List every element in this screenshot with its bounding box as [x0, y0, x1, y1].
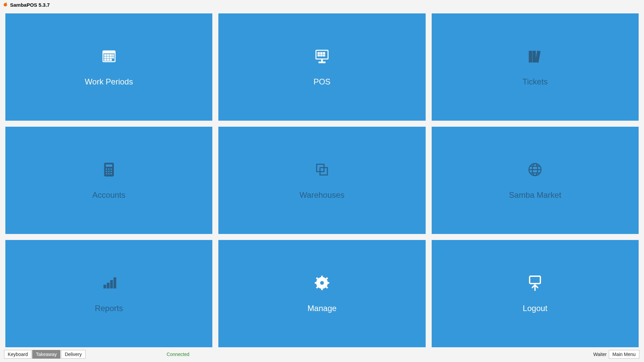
svg-rect-4	[112, 54, 114, 56]
svg-rect-33	[106, 173, 107, 175]
svg-rect-10	[107, 59, 109, 61]
tile-tickets[interactable]: Tickets	[432, 13, 639, 121]
tile-label: Accounts	[92, 190, 125, 200]
svg-rect-56	[316, 286, 318, 288]
tile-label: Reports	[95, 304, 123, 313]
tile-label: POS	[314, 77, 331, 86]
tile-label: Logout	[523, 304, 547, 313]
svg-rect-46	[114, 278, 116, 288]
svg-point-48	[320, 281, 324, 285]
footer-right: Waiter Main Menu	[593, 350, 640, 359]
svg-rect-18	[320, 55, 322, 56]
svg-rect-32	[110, 171, 112, 172]
tile-accounts[interactable]: Accounts	[5, 127, 212, 234]
svg-rect-53	[316, 277, 318, 280]
svg-rect-1	[104, 54, 106, 56]
svg-rect-22	[529, 51, 532, 62]
svg-rect-51	[315, 282, 317, 284]
app-title: SambaPOS 5.3.7	[10, 2, 50, 8]
globe-icon	[526, 161, 544, 178]
svg-rect-35	[110, 173, 112, 175]
svg-rect-17	[318, 55, 320, 56]
main-menu-grid: Work Periods POS Tickets Accounts Wareho	[5, 13, 639, 347]
svg-rect-15	[320, 52, 322, 54]
gear-icon	[313, 274, 331, 292]
svg-rect-54	[325, 286, 328, 288]
svg-rect-28	[108, 168, 110, 170]
titlebar: SambaPOS 5.3.7	[0, 0, 644, 9]
tile-label: Manage	[308, 304, 337, 313]
tile-label: Tickets	[523, 77, 548, 86]
current-user: Waiter	[593, 352, 607, 357]
tile-work-periods[interactable]: Work Periods	[5, 13, 212, 121]
svg-rect-55	[325, 277, 328, 280]
svg-rect-8	[112, 57, 114, 58]
main-menu-button[interactable]: Main Menu	[609, 350, 639, 359]
svg-rect-5	[104, 57, 106, 58]
svg-rect-11	[110, 59, 112, 61]
svg-rect-14	[318, 52, 320, 54]
footer-left: Keyboard Takeaway Delivery	[4, 350, 86, 359]
tile-label: Work Periods	[85, 77, 133, 86]
svg-rect-34	[108, 173, 110, 175]
copy-icon	[313, 161, 331, 178]
svg-rect-30	[106, 171, 107, 172]
svg-rect-24	[535, 51, 540, 63]
connection-status: Connected	[167, 352, 190, 357]
takeaway-button[interactable]: Takeaway	[32, 350, 60, 359]
svg-rect-52	[327, 282, 329, 284]
svg-rect-27	[106, 168, 107, 170]
tile-samba-market[interactable]: Samba Market	[432, 127, 639, 234]
svg-rect-3	[110, 54, 112, 56]
svg-rect-19	[323, 55, 325, 56]
calendar-icon	[100, 48, 118, 65]
svg-rect-50	[321, 288, 323, 290]
svg-rect-20	[321, 59, 323, 62]
svg-rect-26	[106, 164, 112, 167]
tile-pos[interactable]: POS	[218, 13, 425, 121]
bars-icon	[100, 274, 118, 292]
svg-rect-2	[107, 54, 109, 56]
svg-rect-45	[110, 280, 113, 288]
tile-manage[interactable]: Manage	[218, 240, 425, 347]
delivery-button[interactable]: Delivery	[61, 350, 86, 359]
tile-warehouses[interactable]: Warehouses	[218, 127, 425, 234]
svg-rect-9	[104, 59, 106, 61]
svg-rect-44	[107, 283, 109, 288]
books-icon	[526, 48, 544, 65]
svg-rect-6	[107, 57, 109, 58]
app-logo-icon	[3, 2, 8, 7]
svg-rect-31	[108, 171, 110, 172]
svg-rect-16	[323, 52, 325, 54]
monitor-icon	[313, 48, 331, 65]
svg-rect-57	[530, 276, 540, 284]
keyboard-button[interactable]: Keyboard	[4, 350, 32, 359]
svg-rect-7	[110, 57, 112, 58]
svg-rect-49	[321, 276, 323, 278]
tile-label: Warehouses	[300, 190, 344, 200]
logout-icon	[526, 274, 544, 292]
calculator-icon	[100, 161, 118, 178]
svg-rect-21	[319, 62, 325, 63]
svg-rect-43	[104, 285, 106, 288]
footer: Keyboard Takeaway Delivery Connected Wai…	[0, 349, 644, 362]
main-grid-wrap: Work Periods POS Tickets Accounts Wareho	[0, 9, 644, 349]
tile-label: Samba Market	[509, 190, 561, 200]
tile-logout[interactable]: Logout	[432, 240, 639, 347]
tile-reports[interactable]: Reports	[5, 240, 212, 347]
svg-rect-29	[110, 168, 112, 170]
svg-rect-23	[533, 51, 536, 62]
svg-rect-12	[103, 51, 115, 53]
